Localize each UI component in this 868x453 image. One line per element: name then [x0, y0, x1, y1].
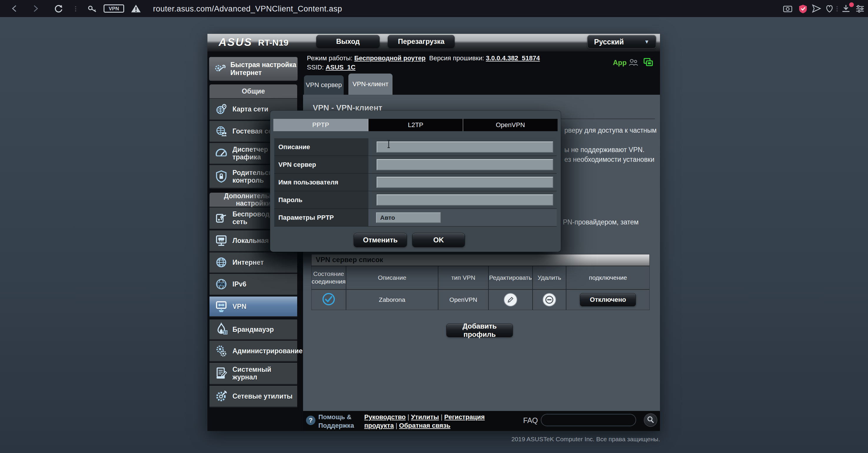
field-row-username: Имя пользователя: [274, 173, 557, 191]
password-input[interactable]: [377, 194, 553, 205]
app-link[interactable]: App: [613, 59, 627, 67]
settings-sliders-icon[interactable]: [855, 4, 865, 13]
link-separator: |: [407, 413, 409, 421]
ssid-label: SSID:: [307, 64, 324, 71]
table-title: VPN сервер список: [312, 254, 649, 266]
sidebar-item-ipv6[interactable]: IPV6 IPv6: [210, 274, 297, 295]
help-question-icon[interactable]: ?: [306, 416, 315, 425]
mode-label: Режим работы:: [307, 55, 352, 62]
sidebar-item-wan[interactable]: Интернет: [210, 252, 297, 273]
forward-icon[interactable]: [31, 4, 40, 13]
description-fragment: PN-провайдером, затем: [563, 218, 639, 226]
downloads-icon[interactable]: [841, 4, 850, 13]
field-row-description: Описание: [274, 138, 557, 156]
tab-l2tp[interactable]: L2TP: [368, 119, 463, 131]
section-header-general: Общие: [210, 85, 297, 98]
delete-cell: [532, 289, 566, 310]
col-connect: подключение: [566, 266, 649, 289]
description-label: Описание: [274, 138, 368, 156]
sidebar-item-label: VPN: [232, 303, 246, 310]
clients-icon[interactable]: [628, 57, 640, 68]
sidebar-item-label: Карта сети: [232, 105, 268, 113]
reboot-button[interactable]: Перезагрузка: [388, 35, 455, 48]
sidebar-item-system-log[interactable]: Системный журнал: [210, 363, 297, 385]
sidebar-item-label: Администрирование: [232, 347, 303, 355]
dual-screen-icon[interactable]: [642, 57, 654, 68]
vpn-server-label: VPN сервер: [274, 156, 368, 173]
description-input[interactable]: [377, 141, 553, 153]
ssid-value-link[interactable]: ASUS_1C: [326, 64, 355, 71]
col-connection-status: Состояние соединения: [312, 266, 346, 289]
vpn-extension-badge[interactable]: VPN: [103, 4, 124, 13]
copyright-text: 2019 ASUSTeK Computer Inc. Все права защ…: [512, 435, 660, 443]
username-input[interactable]: [377, 177, 553, 188]
col-edit: Редактировать: [488, 266, 532, 289]
quick-setup-icon: [213, 62, 227, 76]
username-label: Имя пользователя: [274, 173, 368, 191]
language-dropdown[interactable]: Русский ▼: [587, 35, 656, 48]
screenshot-camera-icon[interactable]: [783, 4, 792, 13]
protect-shield-icon[interactable]: [798, 4, 807, 13]
vpn-server-input[interactable]: [377, 159, 553, 170]
address-bar-url[interactable]: router.asus.com/Advanced_VPNClient_Conte…: [153, 4, 342, 13]
profile-description: Zaborona: [346, 289, 438, 310]
download-notification-dot: [849, 2, 854, 7]
ipv6-icon: IPV6: [214, 277, 228, 291]
asus-logo: ASUS: [219, 36, 252, 48]
vpn-monitor-icon: [214, 299, 228, 314]
sidebar-item-network-tools[interactable]: Сетевые утилиты: [210, 386, 297, 408]
chevron-down-icon: ▼: [644, 39, 649, 45]
sidebar-item-label: Сетевые утилиты: [232, 392, 292, 400]
guest-network-icon: [214, 124, 228, 138]
firmware-value-link[interactable]: 3.0.0.4.382_51874: [486, 55, 540, 62]
utilities-link[interactable]: Утилиты: [411, 413, 439, 421]
warning-icon[interactable]: [131, 4, 140, 13]
network-map-icon: [214, 102, 228, 116]
browser-toolbar: VPN router.asus.com/Advanced_VPNClient_C…: [0, 0, 868, 17]
sidebar-item-label: Брандмауэр: [232, 326, 274, 333]
sidebar-item-administration[interactable]: Администрирование: [210, 341, 297, 362]
back-icon[interactable]: [10, 4, 20, 13]
quick-setup-label: Быстрая настройка Интернет: [230, 61, 298, 77]
status-cell: [312, 289, 346, 310]
logout-button[interactable]: Выход: [316, 35, 379, 48]
sidebar-item-label: Интернет: [232, 259, 264, 266]
router-model: RT-N19: [258, 38, 288, 47]
screen: VPN router.asus.com/Advanced_VPNClient_C…: [0, 0, 868, 453]
reload-icon[interactable]: [54, 4, 63, 13]
quick-internet-setup-button[interactable]: Быстрая настройка Интернет: [209, 57, 298, 81]
faq-search-input[interactable]: [541, 414, 636, 426]
sidebar-item-vpn[interactable]: VPN: [210, 296, 297, 317]
key-icon[interactable]: [87, 4, 96, 13]
cancel-button[interactable]: Отменить: [354, 233, 407, 247]
tab-pptp[interactable]: PPTP: [273, 119, 368, 131]
feedback-link[interactable]: Обратная связь: [399, 422, 450, 429]
vpn-server-list-table: VPN сервер список Состояние соединения О…: [311, 254, 650, 310]
pptp-options-select[interactable]: Авто: [376, 213, 441, 223]
add-profile-button[interactable]: Добавить профиль: [446, 324, 513, 337]
text-cursor: [386, 140, 391, 150]
delete-minus-icon[interactable]: [542, 293, 556, 306]
ok-button[interactable]: OK: [412, 233, 465, 247]
mode-value-link[interactable]: Беспроводной роутер: [354, 55, 426, 62]
traffic-manager-icon: [214, 146, 228, 160]
connection-cell: Отключено: [566, 289, 649, 310]
operation-mode-line: Режим работы: Беспроводной роутер Версия…: [307, 55, 540, 62]
tab-openvpn[interactable]: OpenVPN: [463, 119, 558, 131]
admin-gears-icon: [214, 344, 228, 358]
sidebar-item-firewall[interactable]: Брандмауэр: [210, 319, 297, 340]
edit-pencil-icon[interactable]: [504, 293, 517, 306]
link-separator: |: [441, 413, 442, 421]
tab-vpn-client[interactable]: VPN-клиент: [348, 73, 393, 95]
table-row: Zaborona OpenVPN Отключено: [312, 289, 649, 310]
faq-search-button[interactable]: [644, 413, 657, 427]
vpn-profile-dialog: PPTP L2TP OpenVPN Описание VPN сервер Им…: [270, 110, 561, 252]
pptp-options-label: Параметры PPTP: [274, 209, 368, 226]
bookmark-heart-icon[interactable]: [825, 4, 834, 13]
connection-toggle-button[interactable]: Отключено: [580, 293, 636, 306]
manual-link[interactable]: Руководство: [364, 413, 406, 421]
send-icon[interactable]: [811, 4, 821, 13]
footer-links: Руководство | Утилиты | Регистрация прод…: [364, 413, 500, 430]
tab-vpn-server[interactable]: VPN сервер: [304, 75, 344, 95]
profile-vpn-type: OpenVPN: [438, 289, 488, 310]
